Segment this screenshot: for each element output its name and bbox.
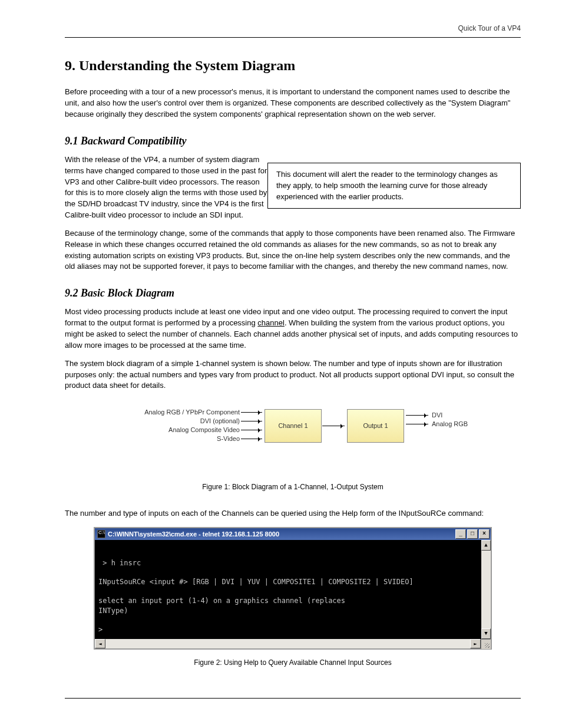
- cmd-window: C:\ C:\WINNT\system32\cmd.exe - telnet 1…: [94, 527, 492, 650]
- block-p1: Most video processing products include a…: [65, 307, 521, 351]
- figure-1-caption: Figure 1: Block Diagram of a 1-Channel, …: [65, 482, 521, 492]
- top-rule: [65, 37, 521, 38]
- cmd-body[interactable]: > h insrc INputSouRCe <input #> [RGB | D…: [95, 540, 481, 639]
- heading-2-backcompat: 9.1 Backward Compatibility: [65, 133, 521, 149]
- heading-2-block: 9.2 Basic Block Diagram: [65, 285, 521, 301]
- bottom-rule: [65, 698, 521, 699]
- diagram-outputs: DVI Analog RGB: [432, 411, 468, 429]
- page-header: Quick Tour of a VP4: [65, 24, 521, 34]
- diagram-output-box: Output 1: [347, 409, 404, 443]
- maximize-button[interactable]: □: [467, 529, 478, 539]
- diagram-inputs: Analog RGB / YPbPr Component DVI (option…: [144, 408, 240, 443]
- resize-grip-icon[interactable]: [481, 639, 491, 649]
- diagram-channel-box: Channel 1: [265, 409, 322, 443]
- arrow-icon: [241, 430, 262, 430]
- vertical-scrollbar[interactable]: ▲ ▼: [481, 540, 491, 639]
- intro-paragraph: Before proceeding with a tour of a new p…: [65, 87, 521, 120]
- scroll-track[interactable]: [481, 551, 491, 628]
- block-p3: The number and type of inputs on each of…: [65, 508, 521, 519]
- arrow-icon: [241, 421, 262, 421]
- backcompat-p2: Because of the terminology change, some …: [65, 228, 521, 272]
- cmd-title-text: C:\WINNT\system32\cmd.exe - telnet 192.1…: [108, 528, 279, 540]
- scroll-left-icon[interactable]: ◄: [95, 639, 105, 648]
- diagram-input-1: DVI (optional): [144, 417, 240, 426]
- scroll-down-icon[interactable]: ▼: [481, 628, 491, 639]
- callout-box: This document will alert the reader to t…: [267, 163, 521, 209]
- cmd-titlebar: C:\ C:\WINNT\system32\cmd.exe - telnet 1…: [95, 528, 491, 540]
- arrow-icon: [406, 415, 428, 416]
- diagram-output-1: Analog RGB: [432, 420, 468, 429]
- arrow-icon: [241, 439, 262, 439]
- close-button[interactable]: ×: [479, 529, 490, 539]
- block-diagram: Analog RGB / YPbPr Component DVI (option…: [92, 403, 493, 474]
- channel-term-link[interactable]: channel: [257, 318, 285, 327]
- scroll-track[interactable]: [105, 639, 470, 648]
- horizontal-scrollbar[interactable]: ◄ ►: [95, 639, 491, 648]
- arrow-icon: [322, 426, 345, 426]
- arrow-icon: [406, 424, 428, 424]
- heading-1: 9. Understanding the System Diagram: [65, 55, 521, 76]
- diagram-input-0: Analog RGB / YPbPr Component: [144, 408, 240, 417]
- scroll-up-icon[interactable]: ▲: [481, 540, 491, 551]
- scroll-right-icon[interactable]: ►: [470, 639, 481, 648]
- diagram-input-2: Analog Composite Video: [144, 426, 240, 434]
- diagram-output-0: DVI: [432, 411, 468, 420]
- figure-2-caption: Figure 2: Using Help to Query Available …: [65, 658, 521, 668]
- arrow-icon: [241, 412, 262, 413]
- cmd-system-icon: C:\: [97, 530, 105, 538]
- diagram-input-3: S-Video: [144, 434, 240, 443]
- minimize-button[interactable]: _: [455, 529, 466, 539]
- block-p2: The system block diagram of a simple 1-c…: [65, 358, 521, 392]
